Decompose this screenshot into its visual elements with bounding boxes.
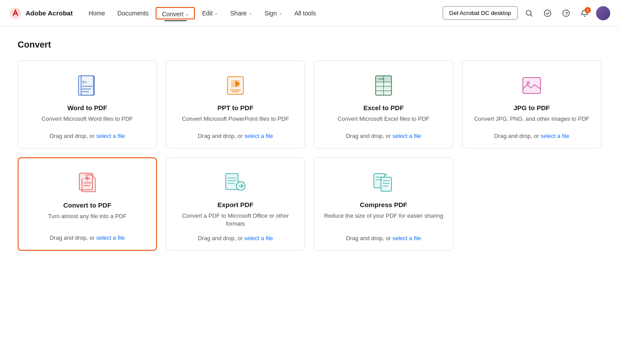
svg-rect-6	[81, 76, 93, 95]
export-pdf-select-link[interactable]: select a file	[244, 235, 273, 241]
word-to-pdf-drop: Drag and drop, or select a file	[27, 126, 148, 139]
nav-share[interactable]: Share ⌄	[225, 7, 257, 19]
excel-to-pdf-select-link[interactable]: select a file	[392, 133, 421, 139]
compress-pdf-card[interactable]: Compress PDF Reduce the size of your PDF…	[314, 157, 453, 251]
export-pdf-drop: Drag and drop, or select a file	[175, 228, 296, 241]
notification-button[interactable]: 1	[578, 6, 592, 20]
excel-to-pdf-desc: Convert Microsoft Excel files to PDF	[338, 115, 429, 126]
ppt-to-pdf-drop: Drag and drop, or select a file	[175, 126, 296, 139]
sign-chevron-icon: ⌄	[279, 11, 282, 15]
word-icon: T=	[76, 74, 99, 97]
svg-point-24	[526, 81, 530, 85]
jpg-to-pdf-card[interactable]: JPG to PDF Convert JPG, PNG, and other i…	[462, 60, 601, 149]
nav-convert[interactable]: Convert ⌄	[156, 7, 195, 19]
navbar: Adobe Acrobat Home Documents Convert ⌄ E…	[0, 0, 619, 26]
excel-to-pdf-title: Excel to PDF	[363, 104, 404, 111]
share-chevron-icon: ⌄	[249, 11, 252, 15]
svg-rect-23	[523, 78, 541, 93]
nav-documents[interactable]: Documents	[112, 7, 154, 19]
svg-point-2	[544, 10, 551, 16]
export-pdf-card[interactable]: Export PDF Convert a PDF to Microsoft Of…	[166, 157, 305, 251]
nav-edit[interactable]: Edit ⌄	[197, 7, 223, 19]
export-pdf-desc: Convert a PDF to Microsoft Office or oth…	[175, 212, 296, 228]
compress-pdf-select-link[interactable]: select a file	[392, 235, 421, 241]
ppt-to-pdf-card[interactable]: PPT to PDF Convert Microsoft PowerPoint …	[166, 60, 305, 149]
excel-to-pdf-drop: Drag and drop, or select a file	[323, 126, 444, 139]
compress-pdf-drop: Drag and drop, or select a file	[323, 228, 444, 241]
acrobat-logo-icon	[9, 7, 22, 20]
svg-point-0	[526, 10, 531, 15]
notification-badge: 1	[585, 7, 591, 13]
nav-right: Get Acrobat DC desktop ?	[443, 6, 610, 20]
nav-all-tools[interactable]: All tools	[289, 7, 321, 19]
convert-to-pdf-select-link[interactable]: select a file	[96, 234, 125, 241]
convert-to-pdf-desc: Turn almost any file into a PDF	[48, 212, 127, 227]
nav-links: Home Documents Convert ⌄ Edit ⌄ Share ⌄ …	[83, 7, 443, 19]
convert-to-pdf-title: Convert to PDF	[63, 201, 111, 209]
word-to-pdf-title: Word to PDF	[67, 104, 108, 111]
tools-grid-row1: T= Word to PDF Convert Microsoft Word fi…	[18, 60, 601, 149]
checkmark-button[interactable]	[541, 6, 555, 20]
convert-chevron-icon: ⌄	[185, 11, 189, 16]
logo[interactable]: Adobe Acrobat	[9, 7, 73, 20]
help-button[interactable]: ?	[559, 6, 573, 20]
jpg-icon	[520, 74, 543, 97]
jpg-to-pdf-select-link[interactable]: select a file	[541, 133, 569, 139]
svg-line-1	[531, 15, 533, 16]
convert-to-pdf-icon	[76, 171, 99, 194]
logo-text: Adobe Acrobat	[26, 9, 73, 17]
svg-text:T=: T=	[82, 80, 87, 85]
main-content: Convert T= Word to PDF Convert Microsoft…	[0, 26, 619, 264]
compress-pdf-desc: Reduce the size of your PDF for easier s…	[324, 212, 443, 228]
compress-pdf-title: Compress PDF	[360, 201, 407, 208]
tools-grid-row2: Convert to PDF Turn almost any file into…	[18, 157, 601, 251]
avatar[interactable]	[596, 6, 610, 20]
convert-to-pdf-drop: Drag and drop, or select a file	[27, 227, 147, 241]
ppt-to-pdf-desc: Convert Microsoft PowerPoint files to PD…	[182, 115, 289, 126]
checkmark-icon	[544, 9, 552, 17]
get-desktop-button[interactable]: Get Acrobat DC desktop	[443, 6, 518, 20]
avatar-image	[596, 6, 610, 20]
help-icon: ?	[562, 9, 570, 17]
svg-text:?: ?	[565, 11, 568, 16]
nav-sign[interactable]: Sign ⌄	[259, 7, 287, 19]
word-to-pdf-card[interactable]: T= Word to PDF Convert Microsoft Word fi…	[18, 60, 157, 149]
nav-home[interactable]: Home	[83, 7, 110, 19]
ppt-to-pdf-title: PPT to PDF	[217, 104, 254, 111]
svg-rect-25	[79, 173, 93, 190]
jpg-to-pdf-drop: Drag and drop, or select a file	[471, 126, 592, 139]
excel-icon: ≡≡≡	[372, 74, 395, 97]
search-icon	[525, 9, 533, 17]
word-to-pdf-desc: Convert Microsoft Word files to PDF	[41, 115, 133, 126]
search-button[interactable]	[522, 6, 536, 20]
compress-pdf-icon	[372, 171, 395, 194]
export-pdf-icon	[224, 171, 247, 194]
ppt-icon	[224, 74, 247, 97]
excel-to-pdf-card[interactable]: ≡≡≡ Excel to PDF Convert Microsoft Excel…	[314, 60, 453, 149]
export-pdf-title: Export PDF	[217, 201, 254, 208]
svg-rect-35	[381, 177, 392, 191]
jpg-to-pdf-desc: Convert JPG, PNG, and other images to PD…	[474, 115, 589, 126]
ppt-to-pdf-select-link[interactable]: select a file	[244, 133, 273, 139]
svg-text:≡≡≡: ≡≡≡	[378, 77, 384, 81]
convert-to-pdf-card[interactable]: Convert to PDF Turn almost any file into…	[18, 157, 157, 251]
edit-chevron-icon: ⌄	[214, 11, 218, 15]
page-title: Convert	[18, 40, 601, 50]
jpg-to-pdf-title: JPG to PDF	[514, 104, 550, 111]
word-to-pdf-select-link[interactable]: select a file	[96, 133, 125, 139]
